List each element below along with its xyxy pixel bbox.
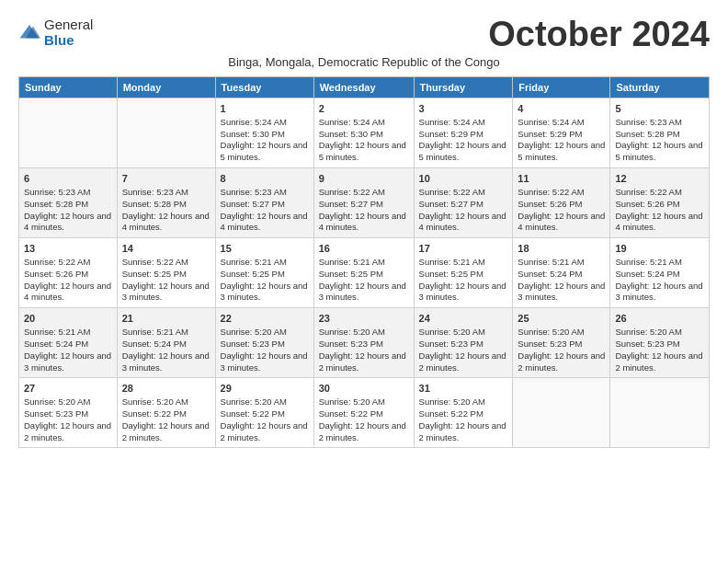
daylight: Daylight: 12 hours and 2 minutes. bbox=[518, 350, 605, 373]
sunrise: Sunrise: 5:24 AM bbox=[518, 117, 584, 127]
sunrise: Sunrise: 5:20 AM bbox=[319, 327, 385, 337]
daylight: Daylight: 12 hours and 2 minutes. bbox=[221, 420, 308, 442]
sunrise: Sunrise: 5:20 AM bbox=[615, 327, 681, 337]
table-cell: 12Sunrise: 5:22 AMSunset: 5:26 PMDayligh… bbox=[610, 168, 710, 238]
daylight: Daylight: 12 hours and 2 minutes. bbox=[24, 420, 111, 442]
week-row-2: 6Sunrise: 5:23 AMSunset: 5:28 PMDaylight… bbox=[19, 168, 710, 238]
sunset: Sunset: 5:22 PM bbox=[122, 408, 187, 419]
table-cell: 6Sunrise: 5:23 AMSunset: 5:28 PMDaylight… bbox=[19, 168, 118, 238]
daylight: Daylight: 12 hours and 2 minutes. bbox=[419, 420, 506, 442]
daylight: Daylight: 12 hours and 2 minutes. bbox=[615, 350, 702, 373]
week-row-5: 27Sunrise: 5:20 AMSunset: 5:23 PMDayligh… bbox=[19, 378, 710, 448]
table-cell bbox=[610, 378, 710, 448]
daylight: Daylight: 12 hours and 2 minutes. bbox=[319, 420, 406, 442]
sunset: Sunset: 5:30 PM bbox=[319, 129, 383, 139]
logo-general: General bbox=[44, 17, 93, 32]
sunrise: Sunrise: 5:23 AM bbox=[221, 187, 287, 197]
day-number: 31 bbox=[419, 382, 508, 396]
day-number: 3 bbox=[419, 102, 508, 116]
day-number: 10 bbox=[419, 172, 508, 186]
sunset: Sunset: 5:27 PM bbox=[221, 199, 285, 209]
table-cell: 1Sunrise: 5:24 AMSunset: 5:30 PMDaylight… bbox=[215, 98, 313, 168]
col-thursday: Thursday bbox=[414, 77, 513, 98]
sunset: Sunset: 5:25 PM bbox=[122, 269, 187, 279]
day-number: 11 bbox=[518, 172, 605, 186]
sunrise: Sunrise: 5:21 AM bbox=[518, 257, 584, 267]
table-cell: 21Sunrise: 5:21 AMSunset: 5:24 PMDayligh… bbox=[117, 308, 215, 378]
week-row-3: 13Sunrise: 5:22 AMSunset: 5:26 PMDayligh… bbox=[19, 238, 710, 308]
table-cell: 15Sunrise: 5:21 AMSunset: 5:25 PMDayligh… bbox=[215, 238, 313, 308]
daylight: Daylight: 12 hours and 5 minutes. bbox=[518, 140, 605, 162]
day-number: 26 bbox=[615, 312, 704, 326]
sunrise: Sunrise: 5:20 AM bbox=[24, 396, 90, 407]
sunrise: Sunrise: 5:24 AM bbox=[221, 117, 287, 127]
sunrise: Sunrise: 5:22 AM bbox=[615, 187, 681, 197]
table-cell: 17Sunrise: 5:21 AMSunset: 5:25 PMDayligh… bbox=[414, 238, 513, 308]
sunset: Sunset: 5:24 PM bbox=[122, 339, 187, 349]
table-cell: 26Sunrise: 5:20 AMSunset: 5:23 PMDayligh… bbox=[610, 308, 710, 378]
table-cell: 28Sunrise: 5:20 AMSunset: 5:22 PMDayligh… bbox=[117, 378, 215, 448]
logo-blue: Blue bbox=[44, 32, 74, 48]
sunset: Sunset: 5:27 PM bbox=[319, 199, 383, 209]
sunrise: Sunrise: 5:23 AM bbox=[615, 117, 681, 127]
sunrise: Sunrise: 5:21 AM bbox=[122, 327, 188, 337]
day-number: 20 bbox=[24, 312, 112, 326]
table-cell: 19Sunrise: 5:21 AMSunset: 5:24 PMDayligh… bbox=[610, 238, 710, 308]
sunset: Sunset: 5:25 PM bbox=[221, 269, 285, 279]
daylight: Daylight: 12 hours and 4 minutes. bbox=[24, 281, 111, 303]
daylight: Daylight: 12 hours and 4 minutes. bbox=[615, 211, 702, 233]
daylight: Daylight: 12 hours and 4 minutes. bbox=[221, 211, 308, 233]
table-cell: 20Sunrise: 5:21 AMSunset: 5:24 PMDayligh… bbox=[19, 308, 118, 378]
table-cell: 3Sunrise: 5:24 AMSunset: 5:29 PMDaylight… bbox=[414, 98, 513, 168]
subtitle: Binga, Mongala, Democratic Republic of t… bbox=[18, 55, 710, 69]
daylight: Daylight: 12 hours and 3 minutes. bbox=[221, 281, 308, 303]
day-number: 22 bbox=[221, 312, 309, 326]
day-number: 5 bbox=[615, 102, 704, 116]
logo-icon bbox=[18, 23, 40, 41]
day-number: 24 bbox=[419, 312, 508, 326]
daylight: Daylight: 12 hours and 4 minutes. bbox=[122, 211, 210, 233]
logo-text: General Blue bbox=[44, 17, 93, 49]
sunrise: Sunrise: 5:23 AM bbox=[24, 187, 90, 197]
sunset: Sunset: 5:23 PM bbox=[518, 339, 582, 349]
col-friday: Friday bbox=[513, 77, 610, 98]
day-number: 17 bbox=[419, 242, 508, 256]
table-cell: 2Sunrise: 5:24 AMSunset: 5:30 PMDaylight… bbox=[313, 98, 414, 168]
sunset: Sunset: 5:25 PM bbox=[319, 269, 383, 279]
col-wednesday: Wednesday bbox=[313, 77, 414, 98]
sunset: Sunset: 5:28 PM bbox=[122, 199, 187, 209]
sunset: Sunset: 5:24 PM bbox=[615, 269, 679, 279]
daylight: Daylight: 12 hours and 3 minutes. bbox=[24, 350, 111, 373]
page: General Blue October 2024 Binga, Mongala… bbox=[0, 0, 728, 457]
table-cell: 23Sunrise: 5:20 AMSunset: 5:23 PMDayligh… bbox=[313, 308, 414, 378]
sunset: Sunset: 5:23 PM bbox=[615, 339, 679, 349]
day-number: 1 bbox=[221, 102, 309, 116]
sunset: Sunset: 5:22 PM bbox=[419, 408, 483, 419]
sunset: Sunset: 5:23 PM bbox=[319, 339, 383, 349]
sunset: Sunset: 5:25 PM bbox=[419, 269, 483, 279]
day-number: 21 bbox=[122, 312, 210, 326]
day-number: 7 bbox=[122, 172, 210, 186]
month-title: October 2024 bbox=[488, 17, 710, 52]
table-cell: 29Sunrise: 5:20 AMSunset: 5:22 PMDayligh… bbox=[215, 378, 313, 448]
table-cell bbox=[513, 378, 610, 448]
table-cell: 25Sunrise: 5:20 AMSunset: 5:23 PMDayligh… bbox=[513, 308, 610, 378]
sunrise: Sunrise: 5:20 AM bbox=[221, 396, 287, 407]
sunrise: Sunrise: 5:21 AM bbox=[24, 327, 90, 337]
sunset: Sunset: 5:23 PM bbox=[24, 408, 88, 419]
sunset: Sunset: 5:28 PM bbox=[24, 199, 88, 209]
daylight: Daylight: 12 hours and 3 minutes. bbox=[122, 350, 210, 373]
sunset: Sunset: 5:29 PM bbox=[419, 129, 483, 139]
sunrise: Sunrise: 5:20 AM bbox=[319, 396, 385, 407]
daylight: Daylight: 12 hours and 4 minutes. bbox=[319, 211, 406, 233]
sunset: Sunset: 5:26 PM bbox=[24, 269, 88, 279]
table-cell: 10Sunrise: 5:22 AMSunset: 5:27 PMDayligh… bbox=[414, 168, 513, 238]
table-cell: 14Sunrise: 5:22 AMSunset: 5:25 PMDayligh… bbox=[117, 238, 215, 308]
sunrise: Sunrise: 5:24 AM bbox=[319, 117, 385, 127]
daylight: Daylight: 12 hours and 3 minutes. bbox=[518, 281, 605, 303]
week-row-4: 20Sunrise: 5:21 AMSunset: 5:24 PMDayligh… bbox=[19, 308, 710, 378]
header-row: Sunday Monday Tuesday Wednesday Thursday… bbox=[19, 77, 710, 98]
table-cell: 13Sunrise: 5:22 AMSunset: 5:26 PMDayligh… bbox=[19, 238, 118, 308]
sunset: Sunset: 5:22 PM bbox=[319, 408, 383, 419]
daylight: Daylight: 12 hours and 4 minutes. bbox=[24, 211, 111, 233]
